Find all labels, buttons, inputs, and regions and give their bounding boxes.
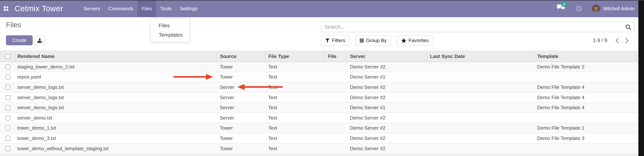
search-input[interactable] [321, 24, 625, 30]
menu-item-tools[interactable]: Tools [156, 0, 176, 17]
dropdown-item-templates[interactable]: Templates [151, 30, 190, 40]
cell-last-sync-date [427, 102, 534, 113]
cell-file-type: Text [265, 144, 325, 154]
cell-file [325, 113, 347, 123]
cell-server: Demo Server #1 [347, 72, 427, 82]
table-row[interactable]: server_demo_logs.txt Server Text Demo Se… [0, 82, 638, 92]
cell-rendered-name: server_demo_logs.txt [15, 92, 217, 103]
cell-file [325, 62, 347, 72]
clock-icon [576, 6, 582, 11]
window-top-edge [0, 0, 644, 0]
cell-template: Demo File Template 4 [534, 102, 636, 113]
favorites-button[interactable]: Favorites [397, 35, 433, 46]
search-box [321, 22, 635, 32]
row-checkbox[interactable] [5, 146, 10, 151]
cell-file-type: Text [265, 92, 325, 103]
pager-previous-button[interactable] [616, 38, 619, 43]
messages-count-badge: 4 [561, 1, 567, 7]
group-by-button[interactable]: Group By [355, 35, 391, 46]
table-row[interactable]: tower_demo_3.txt Tower Text Demo Server … [0, 133, 638, 144]
row-checkbox[interactable] [5, 105, 10, 110]
row-checkbox[interactable] [5, 64, 10, 69]
user-name[interactable]: Mitchell Admin [603, 6, 634, 12]
brand-title[interactable]: Cetmix Tower [15, 4, 63, 13]
menu-item-settings[interactable]: Settings [176, 0, 202, 17]
cell-last-sync-date [427, 123, 534, 133]
select-all-header [0, 51, 15, 62]
row-checkbox[interactable] [5, 126, 10, 131]
messages-button[interactable]: 4 [556, 4, 565, 13]
cell-rendered-name: tower_demo_3.txt [15, 133, 217, 144]
row-checkbox[interactable] [5, 85, 10, 90]
files-menu-dropdown: Files Templates [150, 18, 190, 42]
column-header-source[interactable]: Source [217, 51, 265, 62]
cell-template [534, 144, 636, 154]
table-row[interactable]: tower_demo_1.txt Tower Text Demo Server … [0, 123, 638, 133]
avatar-photo [592, 4, 600, 13]
menu-item-files[interactable]: Files [138, 0, 156, 17]
menu-item-commands[interactable]: Commands [104, 0, 138, 17]
table-row[interactable]: staging_tower_demo_2.txt Tower Text Demo… [0, 62, 638, 72]
optional-columns-header [636, 51, 638, 62]
row-checkbox[interactable] [5, 115, 10, 120]
column-header-server[interactable]: Server [347, 51, 427, 62]
cell-server: Demo Server #2 [347, 113, 427, 123]
cell-source: Tower [217, 123, 265, 133]
table-row[interactable]: server_demo_logs.txt Server Text Demo Se… [0, 102, 638, 113]
column-header-last-sync-date[interactable]: Last Sync Date [427, 51, 534, 62]
activities-button[interactable] [576, 6, 582, 11]
cell-last-sync-date [427, 72, 534, 82]
row-select-cell [0, 72, 15, 82]
navbar-right-cluster: 4 [556, 4, 634, 13]
main-menu: Servers Commands Files Tools Settings [79, 0, 202, 17]
cell-template: Demo File Template 4 [534, 92, 636, 103]
cell-options [636, 133, 638, 144]
cell-file-type: Text [265, 113, 325, 123]
annotation-arrow-right [173, 74, 213, 80]
search-icon[interactable] [625, 24, 631, 30]
cell-options [636, 62, 638, 72]
dropdown-item-files[interactable]: Files [151, 21, 190, 30]
cell-rendered-name: staging_tower_demo_2.txt [15, 62, 217, 72]
table-row[interactable]: repos.yaml Tower Text Demo Server #1 [0, 72, 638, 82]
cell-template [534, 72, 636, 82]
menu-item-servers[interactable]: Servers [79, 0, 104, 17]
column-header-file[interactable]: File [325, 51, 347, 62]
cell-file [325, 123, 347, 133]
cell-file-type: Text [265, 133, 325, 144]
cell-last-sync-date [427, 113, 534, 123]
select-all-checkbox[interactable] [5, 54, 10, 59]
cell-file-type: Text [265, 72, 325, 82]
column-header-rendered-name[interactable]: Rendered Name [15, 51, 217, 62]
cell-options [636, 102, 638, 113]
table-row[interactable]: server_demo.txt Server Text Demo Server … [0, 113, 638, 123]
annotation-arrow-left [238, 84, 283, 90]
cell-server: Demo Server #2 [347, 144, 427, 154]
row-select-cell [0, 82, 15, 92]
cell-template: Demo File Template 4 [534, 82, 636, 92]
row-checkbox[interactable] [5, 95, 10, 100]
cell-options [636, 144, 638, 154]
table-row[interactable]: tower_demo_without_template_staging.txt … [0, 144, 638, 154]
star-icon [401, 38, 406, 43]
cell-source: Tower [217, 72, 265, 82]
cell-source: Tower [217, 133, 265, 144]
cell-options [636, 82, 638, 92]
filters-button[interactable]: Filters [321, 35, 350, 46]
group-by-label: Group By [366, 38, 387, 43]
column-header-file-type[interactable]: File Type [265, 51, 325, 62]
column-header-template[interactable]: Template [534, 51, 636, 62]
import-button[interactable] [34, 35, 46, 45]
row-checkbox[interactable] [5, 136, 10, 141]
create-button[interactable]: Create [6, 35, 33, 45]
cell-rendered-name: server_demo_logs.txt [15, 102, 217, 113]
cell-options [636, 92, 638, 103]
cell-source: Server [217, 113, 265, 123]
pager-next-button[interactable] [625, 38, 628, 43]
row-select-cell [0, 102, 15, 113]
apps-grid-icon[interactable] [4, 6, 8, 11]
row-checkbox[interactable] [5, 75, 10, 79]
table-row[interactable]: server_demo_logs.txt Server Text Demo Se… [0, 92, 638, 103]
avatar[interactable] [592, 4, 600, 13]
cell-file [325, 102, 347, 113]
